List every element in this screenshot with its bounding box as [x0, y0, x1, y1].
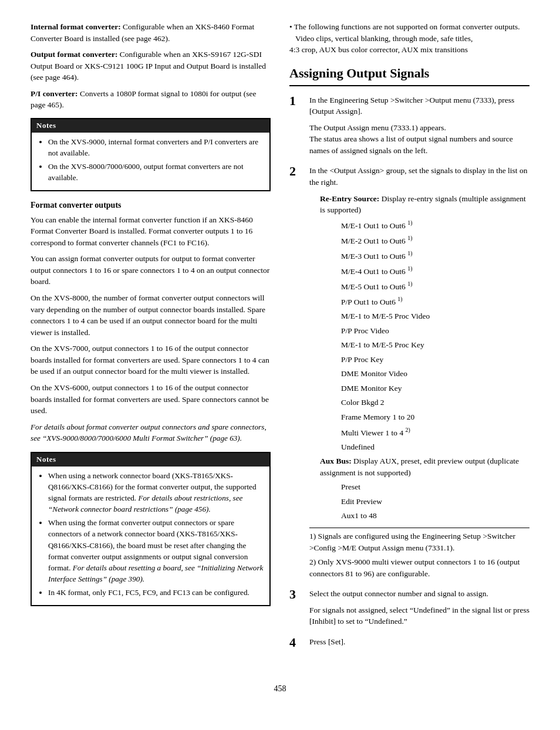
page-number: 458	[31, 683, 529, 695]
re-entry-item-14: Multi Viewer 1 to 4 2)	[341, 426, 529, 438]
section-heading: Assigning Output Signals	[289, 64, 529, 86]
right-bullet-text: • The following functions are not suppor…	[289, 21, 529, 56]
step-3-content: Select the output connector number and s…	[309, 588, 529, 630]
step-2-content: In the <Output Assign> group, set the si…	[309, 165, 529, 582]
re-entry-item-0: M/E-1 Out1 to Out6 1)	[341, 219, 529, 231]
step-1-para-2: The Output Assign menu (7333.1) appears.…	[309, 122, 529, 157]
re-entry-item-6: M/E-1 to M/E-5 Proc Video	[341, 310, 529, 322]
columns: Internal format converter: Configurable …	[31, 21, 529, 669]
re-entry-item-5: P/P Out1 to Out6 1)	[341, 295, 529, 307]
step-3-para-1: Select the output connector number and s…	[309, 588, 529, 600]
notes-content-2: When using a network connector board (XK…	[32, 467, 269, 606]
re-entry-item-7: P/P Proc Video	[341, 325, 529, 337]
step-3-num: 3	[289, 587, 306, 602]
output-format-converter-para: Output format converter: Configurable wh…	[31, 49, 271, 83]
body-para-4: On the XVS-6000, output connectors 1 to …	[31, 382, 271, 417]
step-1-content: In the Engineering Setup >Switcher >Outp…	[309, 94, 529, 160]
format-converter-outputs-heading: Format converter outputs	[31, 200, 271, 211]
internal-format-converter-para: Internal format converter: Configurable …	[31, 21, 271, 44]
body-para-3: On the XVS-7000, output connectors 1 to …	[31, 343, 271, 377]
aux-item-2: Aux1 to 48	[341, 510, 529, 522]
notes-box-2: Notes When using a network connector boa…	[31, 452, 271, 606]
re-entry-item-1: M/E-2 Out1 to Out6 1)	[341, 234, 529, 246]
body-para-2: On the XVS-8000, the number of format co…	[31, 292, 271, 338]
output-format-label: Output format converter:	[31, 50, 117, 59]
step-3-para-2: For signals not assigned, select “Undefi…	[309, 604, 529, 627]
step-4-content: Press [Set].	[309, 636, 529, 651]
re-entry-item-8: M/E-1 to M/E-5 Proc Key	[341, 339, 529, 351]
re-entry-label: Re-Entry Source: Display re-entry signal…	[320, 193, 529, 216]
aux-item-1: Edit Preview	[341, 496, 529, 508]
step-4-num: 4	[289, 635, 306, 650]
step-2-footnotes: 1) Signals are configured using the Engi…	[309, 528, 529, 579]
step-2-para-1: In the <Output Assign> group, set the si…	[309, 165, 529, 188]
re-entry-item-10: DME Monitor Video	[341, 368, 529, 380]
page: Internal format converter: Configurable …	[0, 0, 560, 730]
re-entry-list: M/E-1 Out1 to Out6 1) M/E-2 Out1 to Out6…	[341, 219, 529, 453]
note-1-item-2: On the XVS-8000/7000/6000, output format…	[48, 161, 264, 183]
step-2: 2 In the <Output Assign> group, set the …	[289, 165, 529, 582]
notes-box-1: Notes On the XVS-9000, internal format c…	[31, 118, 271, 191]
step-1-para-1: In the Engineering Setup >Switcher >Outp…	[309, 94, 529, 117]
internal-format-label: Internal format converter:	[31, 22, 121, 31]
re-entry-item-4: M/E-5 Out1 to Out6 1)	[341, 280, 529, 292]
body-para-1: You can assign format converter outputs …	[31, 253, 271, 288]
step-2-num: 2	[289, 164, 306, 179]
footnote-2: 2) Only XVS-9000 multi viewer output con…	[309, 556, 529, 579]
re-entry-item-9: P/P Proc Key	[341, 354, 529, 366]
re-entry-item-3: M/E-4 Out1 to Out6 1)	[341, 265, 529, 277]
notes-content-1: On the XVS-9000, internal format convert…	[32, 133, 269, 191]
right-column: • The following functions are not suppor…	[289, 21, 529, 669]
footnote-1: 1) Signals are configured using the Engi…	[309, 530, 529, 553]
note-2-item-3: In 4K format, only FC1, FC5, FC9, and FC…	[48, 587, 264, 598]
re-entry-item-15: Undefined	[341, 441, 529, 453]
step-2-sub-items: Re-Entry Source: Display re-entry signal…	[309, 193, 529, 522]
pi-converter-label: P/I converter:	[31, 89, 78, 98]
re-entry-item-13: Frame Memory 1 to 20	[341, 411, 529, 423]
italic-note: For details about format converter outpu…	[31, 421, 271, 444]
note-2-item-1: When using a network connector board (XK…	[48, 470, 264, 515]
aux-item-0: Preset	[341, 481, 529, 493]
note-1-item-1: On the XVS-9000, internal format convert…	[48, 136, 264, 158]
re-entry-item-12: Color Bkgd 2	[341, 397, 529, 408]
pi-converter-para: P/I converter: Converts a 1080P format s…	[31, 88, 271, 111]
step-1: 1 In the Engineering Setup >Switcher >Ou…	[289, 94, 529, 160]
step-4: 4 Press [Set].	[289, 636, 529, 651]
note-2-item-2: When using the format converter output c…	[48, 517, 264, 584]
notes-header-1: Notes	[32, 119, 269, 133]
step-4-para-1: Press [Set].	[309, 636, 529, 648]
step-3: 3 Select the output connector number and…	[289, 588, 529, 630]
re-entry-item-11: DME Monitor Key	[341, 383, 529, 394]
notes-header-2: Notes	[32, 453, 269, 467]
aux-bus-label: Aux Bus: Display AUX, preset, edit previ…	[320, 455, 529, 478]
step-1-num: 1	[289, 93, 306, 109]
re-entry-item-2: M/E-3 Out1 to Out6 1)	[341, 249, 529, 262]
aux-bus-list: Preset Edit Preview Aux1 to 48	[341, 481, 529, 522]
body-para-0: You can enable the internal format conve…	[31, 214, 271, 249]
left-column: Internal format converter: Configurable …	[31, 21, 271, 669]
